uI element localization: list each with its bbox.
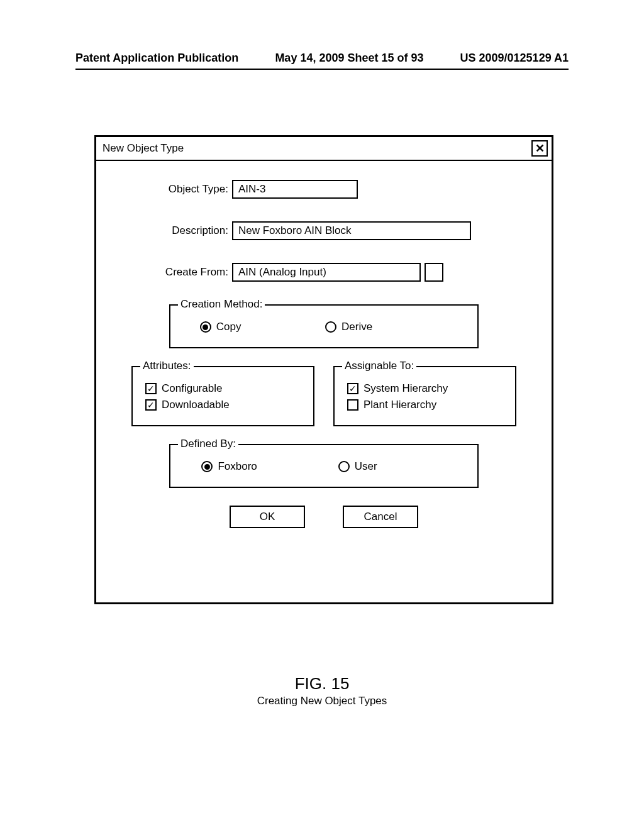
object-type-input[interactable]: AIN-3 — [232, 180, 358, 199]
figure-title: Creating New Object Types — [0, 695, 644, 707]
header-mid: May 14, 2009 Sheet 15 of 93 — [275, 52, 423, 65]
attr-configurable[interactable]: ✓ Configurable — [145, 382, 301, 395]
page-header: Patent Application Publication May 14, 2… — [75, 52, 569, 70]
radio-icon — [200, 321, 211, 333]
dialog-title: New Object Type — [103, 142, 184, 155]
create-from-dropdown-button[interactable] — [425, 263, 443, 282]
creation-method-derive[interactable]: Derive — [325, 321, 372, 333]
radio-label: Derive — [341, 321, 372, 333]
defined-by-legend: Defined By: — [178, 438, 238, 450]
create-from-input[interactable]: AIN (Analog Input) — [232, 263, 421, 282]
object-type-label: Object Type: — [131, 183, 232, 196]
object-type-value: AIN-3 — [238, 183, 265, 196]
checkbox-icon: ✓ — [145, 399, 157, 411]
create-from-value: AIN (Analog Input) — [238, 266, 326, 279]
dialog-titlebar: New Object Type ✕ — [96, 137, 552, 161]
patent-page: Patent Application Publication May 14, 2… — [0, 0, 644, 830]
ok-label: OK — [260, 511, 275, 523]
close-icon: ✕ — [535, 143, 545, 154]
attributes-assignable-row: Attributes: ✓ Configurable ✓ Downloadabl… — [131, 366, 516, 426]
description-input[interactable]: New Foxboro AIN Block — [232, 221, 471, 240]
checkbox-label: Configurable — [162, 382, 222, 395]
cancel-label: Cancel — [364, 511, 397, 523]
defined-by-group: Defined By: Foxboro User — [169, 444, 479, 488]
header-right: US 2009/0125129 A1 — [460, 52, 569, 65]
dialog-body: Object Type: AIN-3 Description: New Foxb… — [96, 161, 552, 541]
checkbox-label: Downloadable — [162, 399, 230, 411]
new-object-type-dialog: New Object Type ✕ Object Type: AIN-3 Des… — [94, 135, 553, 604]
attributes-group: Attributes: ✓ Configurable ✓ Downloadabl… — [131, 366, 314, 426]
assignable-to-group: Assignable To: ✓ System Hierarchy Plant … — [333, 366, 516, 426]
checkbox-icon: ✓ — [347, 383, 358, 394]
assignable-to-legend: Assignable To: — [342, 360, 416, 372]
assign-system-hierarchy[interactable]: ✓ System Hierarchy — [347, 382, 502, 395]
defined-by-user[interactable]: User — [338, 460, 377, 473]
radio-label: Foxboro — [218, 460, 257, 473]
attributes-legend: Attributes: — [140, 360, 194, 372]
description-row: Description: New Foxboro AIN Block — [131, 221, 516, 240]
figure-caption: FIG. 15 Creating New Object Types — [0, 674, 644, 707]
radio-label: User — [355, 460, 377, 473]
radio-label: Copy — [216, 321, 242, 333]
cancel-button[interactable]: Cancel — [343, 506, 418, 528]
description-value: New Foxboro AIN Block — [238, 224, 352, 237]
radio-icon — [201, 461, 213, 472]
dialog-button-row: OK Cancel — [131, 506, 516, 528]
attr-downloadable[interactable]: ✓ Downloadable — [145, 399, 301, 411]
creation-method-legend: Creation Method: — [178, 298, 265, 311]
close-button[interactable]: ✕ — [531, 140, 548, 157]
create-from-label: Create From: — [131, 266, 232, 279]
header-left: Patent Application Publication — [75, 52, 238, 65]
checkbox-icon — [347, 399, 358, 411]
figure-number: FIG. 15 — [0, 674, 644, 694]
creation-method-group: Creation Method: Copy Derive — [169, 304, 479, 348]
create-from-row: Create From: AIN (Analog Input) — [131, 263, 516, 282]
object-type-row: Object Type: AIN-3 — [131, 180, 516, 199]
checkbox-icon: ✓ — [145, 383, 157, 394]
radio-icon — [325, 321, 336, 333]
ok-button[interactable]: OK — [230, 506, 305, 528]
description-label: Description: — [131, 224, 232, 237]
creation-method-copy[interactable]: Copy — [200, 321, 242, 333]
checkbox-label: Plant Hierarchy — [364, 399, 436, 411]
assign-plant-hierarchy[interactable]: Plant Hierarchy — [347, 399, 502, 411]
defined-by-foxboro[interactable]: Foxboro — [201, 460, 257, 473]
checkbox-label: System Hierarchy — [364, 382, 448, 395]
radio-icon — [338, 461, 350, 472]
